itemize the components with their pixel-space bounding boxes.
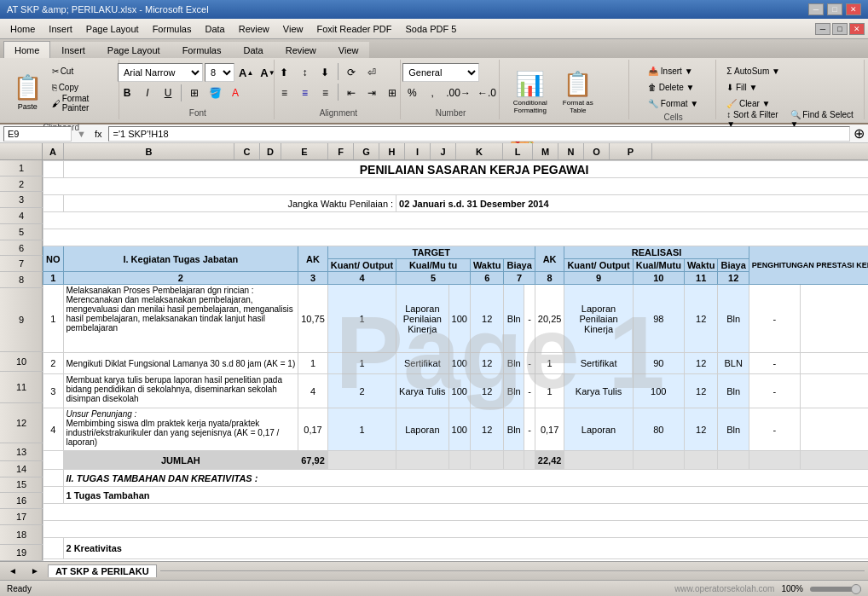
row-15[interactable]: 15 xyxy=(0,477,43,494)
decrease-decimal-button[interactable]: ←.0 xyxy=(475,84,499,102)
col-i[interactable]: I xyxy=(405,143,431,159)
col-l[interactable]: L xyxy=(503,143,533,159)
row-8[interactable]: 8 xyxy=(0,272,43,288)
col-c[interactable]: C xyxy=(234,143,260,159)
zoom-slider[interactable] xyxy=(810,587,861,592)
sheet-nav-right[interactable]: ► xyxy=(26,562,44,581)
close-button[interactable]: ✕ xyxy=(846,3,861,15)
align-left-button[interactable]: ≡ xyxy=(275,84,293,102)
decrease-indent-button[interactable]: ⇤ xyxy=(342,84,361,102)
col-f[interactable]: F xyxy=(328,143,354,159)
col-g[interactable]: G xyxy=(354,143,379,159)
number-format-select[interactable]: General xyxy=(402,63,479,82)
increase-decimal-button[interactable]: .00→ xyxy=(443,84,473,102)
menu-view[interactable]: View xyxy=(276,20,310,38)
col-e[interactable]: E xyxy=(281,143,328,159)
clear-button[interactable]: 🧹 Clear ▼ xyxy=(723,95,773,111)
col-a[interactable]: A xyxy=(43,143,64,159)
app-minimize-btn[interactable]: ─ xyxy=(815,23,830,35)
col-m[interactable]: M xyxy=(533,143,558,159)
maximize-button[interactable]: □ xyxy=(827,3,842,15)
conditional-formatting-button[interactable]: 📊 Conditional Formatting xyxy=(506,63,554,121)
row-10[interactable]: 10 xyxy=(0,352,43,372)
col-p[interactable]: P xyxy=(610,143,652,159)
row-5[interactable]: 5 xyxy=(0,224,43,240)
col-j[interactable]: J xyxy=(431,143,456,159)
row-18[interactable]: 18 xyxy=(0,525,43,545)
menu-insert[interactable]: Insert xyxy=(42,20,79,38)
delete-button[interactable]: 🗑 Delete ▼ xyxy=(645,79,697,95)
sort-filter-button[interactable]: ↕ Sort & Filter ▼ xyxy=(723,112,784,127)
row-11[interactable]: 11 xyxy=(0,372,43,403)
find-select-button[interactable]: 🔍 Find & Select ▼ xyxy=(787,112,859,127)
orientation-button[interactable]: ⟳ xyxy=(342,63,361,82)
format-as-table-button[interactable]: 📋 Format as Table xyxy=(556,63,600,121)
row-14[interactable]: 14 xyxy=(0,461,43,477)
autosum-button[interactable]: Σ AutoSum ▼ xyxy=(723,63,784,78)
row-2[interactable]: 2 xyxy=(0,176,43,193)
increase-indent-button[interactable]: ⇥ xyxy=(362,84,381,102)
tab-home[interactable]: Home xyxy=(3,41,50,58)
formula-input[interactable] xyxy=(108,126,850,142)
row-12[interactable]: 12 xyxy=(0,403,43,443)
italic-button[interactable]: I xyxy=(138,84,157,102)
increase-font-button[interactable]: A▲ xyxy=(236,63,256,82)
align-right-button[interactable]: ≡ xyxy=(315,84,334,102)
row-1[interactable]: 1 xyxy=(0,160,43,176)
row-6[interactable]: 6 xyxy=(0,240,43,257)
menu-review[interactable]: Review xyxy=(232,20,276,38)
tab-data[interactable]: Data xyxy=(232,41,274,58)
sheet-tab-skp-perilaku[interactable]: AT SKP & PERILAKU xyxy=(48,564,157,577)
font-color-button[interactable]: A xyxy=(226,84,245,102)
menu-soda[interactable]: Soda PDF 5 xyxy=(399,20,464,38)
expand-formula-button[interactable]: ⊕ xyxy=(854,125,865,142)
row-7[interactable]: 7 xyxy=(0,256,43,272)
col-d[interactable]: D xyxy=(260,143,281,159)
wrap-text-button[interactable]: ⏎ xyxy=(362,63,381,82)
cut-button[interactable]: ✂ Cut xyxy=(49,63,114,78)
row-17[interactable]: 17 xyxy=(0,509,43,525)
underline-button[interactable]: U xyxy=(159,84,177,102)
row-3[interactable]: 3 xyxy=(0,192,43,208)
align-bottom-button[interactable]: ⬇ xyxy=(315,63,334,82)
row-16[interactable]: 16 xyxy=(0,493,43,509)
merge-center-button[interactable]: ⊞ xyxy=(383,84,402,102)
tab-formulas[interactable]: Formulas xyxy=(171,41,233,58)
tab-view[interactable]: View xyxy=(327,41,370,58)
row-19[interactable]: 19 xyxy=(0,545,43,561)
row-13[interactable]: 13 xyxy=(0,443,43,461)
menu-foxit[interactable]: Foxit Reader PDF xyxy=(310,20,398,38)
tab-page-layout[interactable]: Page Layout xyxy=(96,41,171,58)
percent-button[interactable]: % xyxy=(402,84,421,102)
sheet-nav-left[interactable]: ◄ xyxy=(3,562,22,581)
tab-insert[interactable]: Insert xyxy=(50,41,96,58)
align-top-button[interactable]: ⬆ xyxy=(275,63,293,82)
col-k[interactable]: K xyxy=(456,143,503,159)
fill-button[interactable]: ⬇ Fill ▼ xyxy=(723,79,761,95)
col-b[interactable]: B xyxy=(64,143,234,159)
align-center-button[interactable]: ≡ xyxy=(295,84,314,102)
menu-home[interactable]: Home xyxy=(3,20,42,38)
col-o[interactable]: O xyxy=(584,143,610,159)
menu-data[interactable]: Data xyxy=(198,20,231,38)
col-h[interactable]: H xyxy=(379,143,405,159)
bold-button[interactable]: B xyxy=(118,84,136,102)
name-box[interactable] xyxy=(3,126,72,142)
tab-review[interactable]: Review xyxy=(275,41,327,58)
align-middle-button[interactable]: ↕ xyxy=(295,63,314,82)
app-close-btn[interactable]: ✕ xyxy=(849,23,865,35)
row-9[interactable]: 9 xyxy=(0,288,43,352)
col-n[interactable]: N xyxy=(558,143,584,159)
paste-button[interactable]: 📋 Paste xyxy=(9,63,47,121)
menu-formulas[interactable]: Formulas xyxy=(146,20,199,38)
font-size-select[interactable]: 8 xyxy=(205,63,234,82)
format-button[interactable]: 🔧 Format ▼ xyxy=(645,95,702,111)
menu-page-layout[interactable]: Page Layout xyxy=(79,20,146,38)
minimize-button[interactable]: ─ xyxy=(808,3,824,15)
borders-button[interactable]: ⊞ xyxy=(185,84,204,102)
copy-button[interactable]: ⎘ Copy xyxy=(49,79,114,95)
app-restore-btn[interactable]: □ xyxy=(832,23,848,35)
insert-button[interactable]: 📥 Insert ▼ xyxy=(645,63,696,78)
font-name-select[interactable]: Arial Narrow xyxy=(118,63,203,82)
row-4[interactable]: 4 xyxy=(0,208,43,224)
